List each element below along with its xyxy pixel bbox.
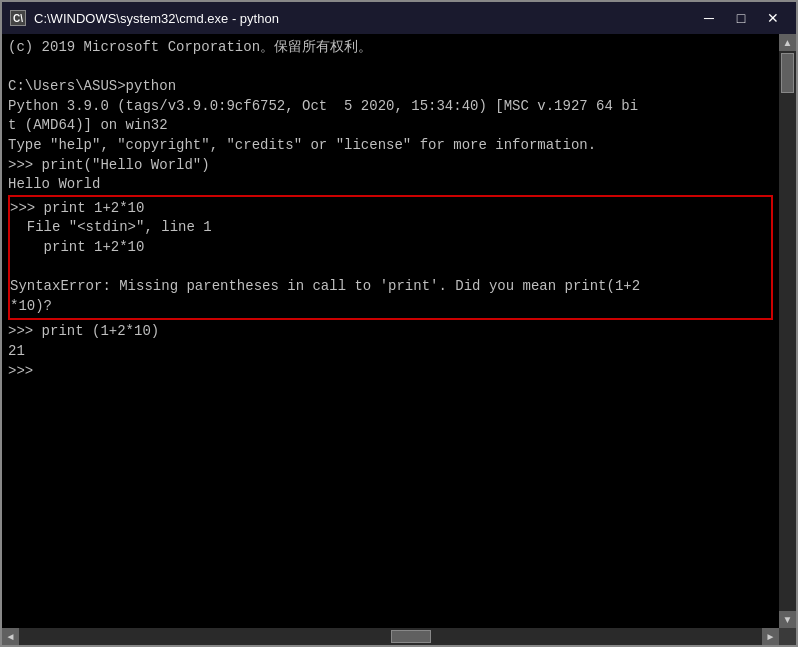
line-syntax-error2: *10)? — [10, 297, 771, 317]
minimize-button[interactable]: ─ — [694, 7, 724, 29]
maximize-button[interactable]: □ — [726, 7, 756, 29]
vertical-scrollbar[interactable]: ▲ ▼ — [779, 34, 796, 628]
line-python-version1: Python 3.9.0 (tags/v3.9.0:9cf6752, Oct 5… — [8, 97, 773, 117]
error-box: >>> print 1+2*10 File "<stdin>", line 1 … — [8, 195, 773, 321]
line-copyright: (c) 2019 Microsoft Corporation。保留所有权利。 — [8, 38, 773, 58]
line-print-cmd: >>> print (1+2*10) — [8, 322, 773, 342]
cmd-icon: C\ — [10, 10, 26, 26]
window-title: C:\WINDOWS\system32\cmd.exe - python — [34, 11, 279, 26]
line-python-version2: t (AMD64)] on win32 — [8, 116, 773, 136]
window-controls: ─ □ ✕ — [694, 7, 788, 29]
terminal-output[interactable]: (c) 2019 Microsoft Corporation。保留所有权利。 C… — [2, 34, 779, 628]
scroll-track-vertical[interactable] — [779, 51, 796, 611]
title-bar-left: C\ C:\WINDOWS\system32\cmd.exe - python — [10, 10, 279, 26]
line-syntax-error1: SyntaxError: Missing parentheses in call… — [10, 277, 771, 297]
close-button[interactable]: ✕ — [758, 7, 788, 29]
line-prompt-final: >>> — [8, 362, 773, 382]
scroll-corner — [779, 628, 796, 645]
line-blank1 — [8, 58, 773, 78]
scroll-thumb-horizontal[interactable] — [391, 630, 431, 643]
horizontal-scrollbar[interactable]: ◄ ► — [2, 628, 779, 645]
scroll-up-button[interactable]: ▲ — [779, 34, 796, 51]
line-python-help: Type "help", "copyright", "credits" or "… — [8, 136, 773, 156]
title-bar: C\ C:\WINDOWS\system32\cmd.exe - python … — [2, 2, 796, 34]
scroll-track-horizontal[interactable] — [19, 628, 762, 645]
line-error-prompt: >>> print 1+2*10 — [10, 199, 771, 219]
cmd-window: C\ C:\WINDOWS\system32\cmd.exe - python … — [0, 0, 798, 647]
content-area: (c) 2019 Microsoft Corporation。保留所有权利。 C… — [2, 34, 796, 628]
scroll-down-button[interactable]: ▼ — [779, 611, 796, 628]
scroll-right-button[interactable]: ► — [762, 628, 779, 645]
line-prompt-cd: C:\Users\ASUS>python — [8, 77, 773, 97]
bottom-area: ◄ ► — [2, 628, 796, 645]
line-error-file: File "<stdin>", line 1 — [10, 218, 771, 238]
line-hello-output: Hello World — [8, 175, 773, 195]
line-hello-cmd: >>> print("Hello World") — [8, 156, 773, 176]
line-error-code: print 1+2*10 — [10, 238, 771, 258]
scroll-thumb-vertical[interactable] — [781, 53, 794, 93]
scroll-left-button[interactable]: ◄ — [2, 628, 19, 645]
line-error-blank — [10, 258, 771, 278]
line-print-output: 21 — [8, 342, 773, 362]
